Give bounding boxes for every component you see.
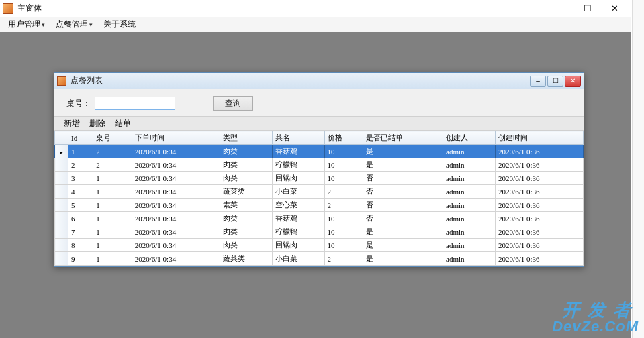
table-cell[interactable]: 8 bbox=[68, 239, 93, 252]
table-cell[interactable]: 10 bbox=[324, 145, 363, 158]
table-cell[interactable]: 2020/6/1 0:36 bbox=[496, 172, 584, 185]
column-header[interactable]: 创建时间 bbox=[496, 131, 584, 145]
settle-button[interactable]: 结单 bbox=[113, 117, 132, 131]
table-cell[interactable]: 2 bbox=[324, 185, 363, 199]
table-cell[interactable]: admin bbox=[443, 225, 496, 239]
table-cell[interactable]: 肉类 bbox=[220, 145, 272, 158]
table-cell[interactable]: 10 bbox=[68, 266, 93, 267]
table-cell[interactable]: 1 bbox=[93, 199, 132, 212]
table-cell[interactable]: 7 bbox=[68, 225, 93, 239]
child-close-button[interactable]: ✕ bbox=[565, 76, 581, 87]
row-header[interactable] bbox=[55, 212, 68, 225]
row-header[interactable] bbox=[55, 185, 68, 199]
column-header[interactable]: 创建人 bbox=[443, 131, 496, 145]
table-cell[interactable]: 4 bbox=[68, 185, 93, 199]
child-maximize-button[interactable]: ☐ bbox=[547, 76, 563, 87]
table-cell[interactable]: 1 bbox=[93, 266, 132, 267]
row-header[interactable] bbox=[55, 225, 68, 239]
table-cell[interactable]: 1 bbox=[93, 225, 132, 239]
delete-button[interactable]: 删除 bbox=[88, 117, 107, 131]
menu-about[interactable]: 关于系统 bbox=[99, 17, 140, 32]
table-cell[interactable]: 2020/6/1 0:36 bbox=[496, 158, 584, 172]
table-cell[interactable]: 2020/6/1 0:36 bbox=[496, 266, 584, 267]
table-cell[interactable]: admin bbox=[443, 185, 496, 199]
table-cell[interactable]: 1 bbox=[93, 185, 132, 199]
search-button[interactable]: 查询 bbox=[213, 96, 253, 111]
column-header[interactable]: 菜名 bbox=[272, 131, 324, 145]
row-header[interactable] bbox=[55, 158, 68, 172]
table-row[interactable]: 512020/6/1 0:34素菜空心菜2否admin2020/6/1 0:36 bbox=[55, 199, 584, 212]
table-cell[interactable]: 回锅肉 bbox=[272, 239, 324, 252]
table-cell[interactable]: 2 bbox=[93, 145, 132, 158]
table-cell[interactable]: admin bbox=[443, 158, 496, 172]
close-button[interactable]: ✕ bbox=[601, 1, 628, 16]
table-cell[interactable]: 2020/6/1 0:34 bbox=[132, 158, 220, 172]
table-cell[interactable]: 2020/6/1 0:34 bbox=[132, 252, 220, 266]
table-cell[interactable]: 2020/6/1 0:34 bbox=[132, 266, 220, 267]
table-row[interactable]: 1012020/6/1 0:34素菜空心菜2是admin2020/6/1 0:3… bbox=[55, 266, 584, 267]
table-cell[interactable]: 柠檬鸭 bbox=[272, 158, 324, 172]
table-cell[interactable]: 2020/6/1 0:34 bbox=[132, 185, 220, 199]
table-row[interactable]: 612020/6/1 0:34肉类香菇鸡10否admin2020/6/1 0:3… bbox=[55, 212, 584, 225]
table-cell[interactable]: admin bbox=[443, 239, 496, 252]
table-cell[interactable]: 香菇鸡 bbox=[272, 212, 324, 225]
table-cell[interactable]: 否 bbox=[363, 212, 443, 225]
table-cell[interactable]: 1 bbox=[93, 212, 132, 225]
table-number-input[interactable] bbox=[95, 97, 175, 110]
row-header[interactable] bbox=[55, 145, 68, 158]
table-row[interactable]: 122020/6/1 0:34肉类香菇鸡10是admin2020/6/1 0:3… bbox=[55, 145, 584, 158]
menu-order-management[interactable]: 点餐管理 ▾ bbox=[52, 17, 97, 32]
table-cell[interactable]: 蔬菜类 bbox=[220, 185, 272, 199]
table-cell[interactable]: 否 bbox=[363, 185, 443, 199]
table-cell[interactable]: 9 bbox=[68, 252, 93, 266]
table-cell[interactable]: 10 bbox=[324, 172, 363, 185]
table-cell[interactable]: admin bbox=[443, 266, 496, 267]
table-cell[interactable]: 素菜 bbox=[220, 199, 272, 212]
table-cell[interactable]: admin bbox=[443, 172, 496, 185]
row-header[interactable] bbox=[55, 266, 68, 267]
table-row[interactable]: 912020/6/1 0:34蔬菜类小白菜2是admin2020/6/1 0:3… bbox=[55, 252, 584, 266]
table-cell[interactable]: 5 bbox=[68, 199, 93, 212]
table-cell[interactable]: 肉类 bbox=[220, 239, 272, 252]
minimize-button[interactable]: — bbox=[547, 1, 574, 16]
table-cell[interactable]: 素菜 bbox=[220, 266, 272, 267]
table-cell[interactable]: 是 bbox=[363, 266, 443, 267]
table-cell[interactable]: 小白菜 bbox=[272, 185, 324, 199]
table-cell[interactable]: 2 bbox=[324, 199, 363, 212]
table-cell[interactable]: 10 bbox=[324, 225, 363, 239]
table-cell[interactable]: 香菇鸡 bbox=[272, 145, 324, 158]
column-header[interactable]: 类型 bbox=[220, 131, 272, 145]
table-cell[interactable]: 是 bbox=[363, 225, 443, 239]
table-cell[interactable]: 是 bbox=[363, 252, 443, 266]
table-cell[interactable]: admin bbox=[443, 252, 496, 266]
table-cell[interactable]: 10 bbox=[324, 239, 363, 252]
table-cell[interactable]: 否 bbox=[363, 199, 443, 212]
table-cell[interactable]: 1 bbox=[93, 239, 132, 252]
row-header[interactable] bbox=[55, 252, 68, 266]
table-cell[interactable]: 2020/6/1 0:36 bbox=[496, 212, 584, 225]
table-cell[interactable]: 2020/6/1 0:36 bbox=[496, 252, 584, 266]
table-cell[interactable]: 2020/6/1 0:34 bbox=[132, 239, 220, 252]
table-row[interactable]: 712020/6/1 0:34肉类柠檬鸭10是admin2020/6/1 0:3… bbox=[55, 225, 584, 239]
table-cell[interactable]: admin bbox=[443, 145, 496, 158]
column-header[interactable]: 价格 bbox=[324, 131, 363, 145]
row-header[interactable] bbox=[55, 239, 68, 252]
table-cell[interactable]: 2020/6/1 0:34 bbox=[132, 172, 220, 185]
table-cell[interactable]: 2020/6/1 0:34 bbox=[132, 145, 220, 158]
table-cell[interactable]: 柠檬鸭 bbox=[272, 225, 324, 239]
table-cell[interactable]: 空心菜 bbox=[272, 266, 324, 267]
column-header[interactable]: 下单时间 bbox=[132, 131, 220, 145]
table-cell[interactable]: 肉类 bbox=[220, 212, 272, 225]
add-button[interactable]: 新增 bbox=[62, 117, 81, 131]
table-cell[interactable]: 蔬菜类 bbox=[220, 252, 272, 266]
table-cell[interactable]: 空心菜 bbox=[272, 199, 324, 212]
child-titlebar[interactable]: 点餐列表 – ☐ ✕ bbox=[54, 73, 584, 89]
child-minimize-button[interactable]: – bbox=[530, 76, 546, 87]
table-row[interactable]: 312020/6/1 0:34肉类回锅肉10否admin2020/6/1 0:3… bbox=[55, 172, 584, 185]
table-cell[interactable]: 1 bbox=[93, 172, 132, 185]
table-cell[interactable]: 2020/6/1 0:34 bbox=[132, 212, 220, 225]
table-cell[interactable]: admin bbox=[443, 199, 496, 212]
table-cell[interactable]: 2 bbox=[93, 158, 132, 172]
table-cell[interactable]: 2020/6/1 0:36 bbox=[496, 225, 584, 239]
table-cell[interactable]: 2020/6/1 0:34 bbox=[132, 199, 220, 212]
